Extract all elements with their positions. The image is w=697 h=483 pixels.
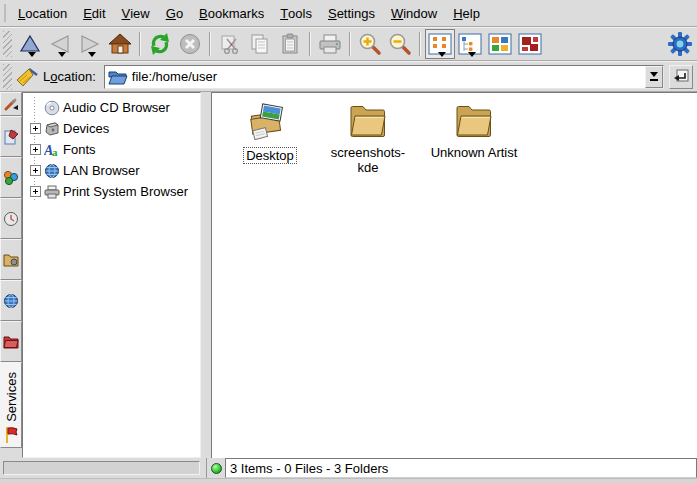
up-arrow-icon bbox=[19, 34, 41, 54]
forward-button[interactable] bbox=[75, 29, 105, 59]
forward-dropdown-arrow-icon[interactable] bbox=[88, 52, 96, 57]
location-toolbar: Location: file:/home/user bbox=[0, 61, 697, 92]
menu-window[interactable]: Window bbox=[383, 0, 445, 26]
tree-expander[interactable] bbox=[27, 139, 43, 160]
menu-go[interactable]: Go bbox=[158, 0, 191, 26]
location-dropdown-button[interactable] bbox=[645, 66, 663, 88]
menu-bookmarks[interactable]: Bookmarks bbox=[191, 0, 272, 26]
back-arrow-icon bbox=[49, 34, 71, 54]
zoom-in-button[interactable] bbox=[355, 29, 385, 59]
sidebar-tab-devices[interactable] bbox=[0, 157, 22, 198]
home-icon bbox=[108, 33, 132, 55]
tree-expander[interactable] bbox=[27, 181, 43, 202]
icon-view-button[interactable] bbox=[425, 29, 455, 59]
toolbar-drag-handle[interactable] bbox=[3, 31, 12, 57]
tree-item-audio-cd-browser[interactable]: Audio CD Browser bbox=[27, 97, 200, 118]
sidebar-tab-history[interactable] bbox=[0, 198, 22, 239]
history-clock-icon bbox=[3, 211, 19, 227]
kde-gear-icon bbox=[667, 31, 693, 57]
stop-icon bbox=[179, 33, 201, 55]
sidebar-tab-bookmarks[interactable] bbox=[0, 116, 22, 157]
menu-bar: Location Edit View Go Bookmarks Tools Se… bbox=[0, 0, 697, 27]
menu-tools[interactable]: Tools bbox=[272, 0, 320, 26]
sidebar-tab-network[interactable] bbox=[0, 280, 22, 321]
view-led-box[interactable] bbox=[207, 458, 225, 478]
location-combobox[interactable]: file:/home/user bbox=[104, 65, 664, 89]
kde-gear-button[interactable] bbox=[665, 29, 695, 59]
sidebar-tabstrip: Services bbox=[0, 92, 22, 458]
chevron-down-icon bbox=[650, 72, 658, 77]
tree-item-label: LAN Browser bbox=[63, 163, 140, 178]
folder-icon bbox=[348, 103, 388, 141]
location-input[interactable]: file:/home/user bbox=[128, 69, 645, 84]
back-button[interactable] bbox=[45, 29, 75, 59]
configure-tool-icon bbox=[3, 96, 19, 112]
tree-item-lan-browser[interactable]: LAN Browser bbox=[27, 160, 200, 181]
photobook-view-icon bbox=[518, 33, 542, 55]
menu-settings[interactable]: Settings bbox=[320, 0, 383, 26]
sidebar-tab-root-directory[interactable] bbox=[0, 321, 22, 362]
active-view-led-icon bbox=[211, 463, 222, 474]
tree-item-label: Print System Browser bbox=[63, 184, 188, 199]
toolbar-separator bbox=[139, 32, 141, 56]
toolbar-separator bbox=[309, 32, 311, 56]
reload-button[interactable] bbox=[145, 29, 175, 59]
file-icon-view[interactable]: Desktop screenshots-kde Unknown Arti bbox=[211, 92, 697, 458]
photobook-view-button[interactable] bbox=[515, 29, 545, 59]
up-button[interactable] bbox=[15, 29, 45, 59]
menu-edit[interactable]: Edit bbox=[75, 0, 113, 26]
up-dropdown-arrow-icon[interactable] bbox=[28, 52, 36, 57]
multicolumn-view-button[interactable] bbox=[485, 29, 515, 59]
sidebar-status-area bbox=[0, 458, 206, 478]
tree-view-dropdown-arrow-icon[interactable] bbox=[468, 52, 476, 57]
zoom-out-button[interactable] bbox=[385, 29, 415, 59]
tree-item-print-system-browser[interactable]: Print System Browser bbox=[27, 181, 200, 202]
menubar-drag-handle[interactable] bbox=[4, 4, 8, 22]
copy-button[interactable] bbox=[245, 29, 275, 59]
cut-button[interactable] bbox=[215, 29, 245, 59]
sidebar-tab-services[interactable]: Services bbox=[0, 362, 22, 448]
toolbar-separator bbox=[209, 32, 211, 56]
print-icon bbox=[318, 33, 342, 55]
back-dropdown-arrow-icon[interactable] bbox=[58, 52, 66, 57]
panel-splitter[interactable] bbox=[201, 92, 211, 458]
lan-globe-icon bbox=[43, 163, 61, 179]
location-label: Location: bbox=[43, 69, 96, 84]
menu-location[interactable]: Location bbox=[10, 0, 75, 26]
file-label[interactable]: screenshots-kde bbox=[322, 145, 414, 175]
clear-location-icon[interactable] bbox=[15, 66, 39, 88]
go-button[interactable] bbox=[669, 65, 693, 89]
tree-view-button[interactable] bbox=[455, 29, 485, 59]
copy-icon bbox=[249, 33, 271, 55]
tree-item-fonts[interactable]: A a Fonts bbox=[27, 139, 200, 160]
sidebar-progress-bar bbox=[3, 461, 200, 475]
network-globe-icon bbox=[3, 293, 19, 309]
menu-help[interactable]: Help bbox=[445, 0, 488, 26]
print-button[interactable] bbox=[315, 29, 345, 59]
paste-button[interactable] bbox=[275, 29, 305, 59]
file-label[interactable]: Desktop bbox=[243, 147, 297, 164]
file-item-screenshots-kde[interactable]: screenshots-kde bbox=[322, 103, 414, 175]
devices-icon bbox=[3, 170, 19, 186]
menu-view[interactable]: View bbox=[114, 0, 158, 26]
status-text: 3 Items - 0 Files - 3 Folders bbox=[230, 461, 388, 476]
bookmarks-icon bbox=[3, 129, 19, 145]
file-item-desktop[interactable]: Desktop bbox=[224, 103, 316, 164]
sidebar-tab-home-directory[interactable] bbox=[0, 239, 22, 280]
location-toolbar-drag-handle[interactable] bbox=[3, 64, 12, 90]
tree-expander[interactable] bbox=[27, 160, 43, 181]
stop-button[interactable] bbox=[175, 29, 205, 59]
chevron-down-underline bbox=[650, 79, 658, 81]
icon-view-dropdown-arrow-icon[interactable] bbox=[438, 52, 446, 57]
tree-line bbox=[27, 97, 43, 118]
sidebar-configure-button[interactable] bbox=[0, 92, 22, 116]
file-item-unknown-artist[interactable]: Unknown Artist bbox=[428, 103, 520, 160]
home-folder-icon bbox=[3, 253, 19, 267]
tree-item-devices[interactable]: Devices bbox=[27, 118, 200, 139]
audio-cd-icon bbox=[43, 100, 61, 116]
go-return-arrow-icon bbox=[673, 69, 689, 85]
tree-expander[interactable] bbox=[27, 118, 43, 139]
file-label[interactable]: Unknown Artist bbox=[429, 145, 520, 160]
forward-arrow-icon bbox=[79, 34, 101, 54]
home-button[interactable] bbox=[105, 29, 135, 59]
